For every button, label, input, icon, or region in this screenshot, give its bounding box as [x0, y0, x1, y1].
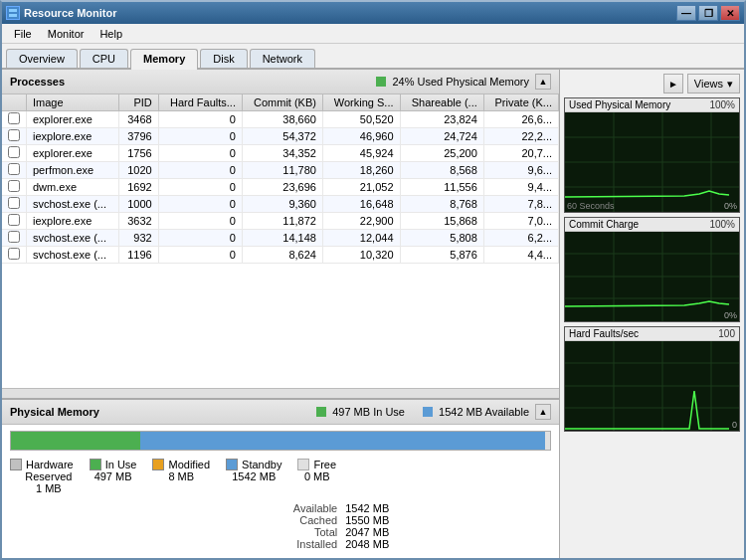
nav-back-button[interactable]: ► [663, 74, 683, 93]
legend-box-modified [152, 459, 164, 470]
horizontal-scrollbar[interactable] [2, 388, 559, 398]
row-cell-6: 7,8... [483, 196, 558, 213]
col-private[interactable]: Private (K... [483, 94, 558, 111]
menu-help[interactable]: Help [92, 26, 130, 42]
row-cell-4: 21,052 [322, 179, 400, 196]
processes-section-header[interactable]: Processes 24% Used Physical Memory ▲ [2, 70, 559, 94]
chart1-svg [565, 112, 739, 212]
col-pid[interactable]: PID [118, 94, 158, 111]
row-cell-6: 26,6... [483, 111, 558, 128]
row-checkbox-cell[interactable] [2, 111, 27, 128]
table-row[interactable]: svchost.exe (...932014,14812,0445,8086,2… [2, 230, 559, 247]
row-checkbox-cell[interactable] [2, 196, 27, 213]
table-row[interactable]: explorer.exe3468038,66050,52023,82426,6.… [2, 111, 559, 128]
physical-memory-section: Physical Memory 497 MB In Use 1542 MB Av… [2, 398, 559, 558]
chart3-svg [565, 341, 739, 431]
row-checkbox-cell[interactable] [2, 179, 27, 196]
col-working[interactable]: Working S... [322, 94, 400, 111]
legend-in-use: In Use 497 MB [90, 459, 137, 482]
menu-monitor[interactable]: Monitor [40, 26, 93, 42]
col-image[interactable]: Image [27, 94, 119, 111]
legend-hardware-reserved: Hardware Reserved 1 MB [10, 459, 74, 494]
table-row[interactable]: svchost.exe (...119608,62410,3205,8764,4… [2, 247, 559, 264]
processes-header-right: 24% Used Physical Memory ▲ [376, 74, 551, 90]
col-check [2, 94, 27, 111]
chart-hard-faults: Hard Faults/sec 100 0 [564, 326, 740, 432]
row-cell-5: 5,808 [400, 230, 483, 247]
right-toolbar: ► Views ▾ [564, 74, 740, 93]
table-row[interactable]: perfmon.exe1020011,78018,2608,5689,6... [2, 162, 559, 179]
row-cell-3: 8,624 [242, 247, 322, 264]
row-checkbox-cell[interactable] [2, 162, 27, 179]
row-checkbox-cell[interactable] [2, 247, 27, 264]
svg-rect-0 [7, 7, 19, 19]
processes-data-table: Image PID Hard Faults... Commit (KB) Wor… [2, 94, 559, 264]
physical-bar [10, 431, 551, 451]
row-cell-1: 3796 [118, 128, 158, 145]
views-label: Views [694, 78, 723, 90]
row-cell-6: 4,4... [483, 247, 558, 264]
col-hard-faults[interactable]: Hard Faults... [158, 94, 242, 111]
title-bar: Resource Monitor — ❒ ✕ [2, 2, 744, 24]
chart1-body: 60 Seconds 0% [565, 112, 739, 212]
available-badge [423, 407, 433, 417]
chart3-body: 0 [565, 341, 739, 431]
row-checkbox-cell[interactable] [2, 128, 27, 145]
processes-collapse-btn[interactable]: ▲ [535, 74, 551, 90]
chart2-body: 0% [565, 232, 739, 321]
row-checkbox-cell[interactable] [2, 213, 27, 230]
tab-network[interactable]: Network [250, 49, 315, 68]
row-cell-4: 18,260 [322, 162, 400, 179]
col-commit[interactable]: Commit (KB) [242, 94, 322, 111]
tabs-bar: Overview CPU Memory Disk Network [2, 44, 744, 70]
row-cell-0: svchost.exe (... [27, 230, 119, 247]
row-cell-1: 1196 [118, 247, 158, 264]
minimize-button[interactable]: — [676, 5, 696, 21]
stats-grid: Available 1542 MB Cached 1550 MB Total 2… [2, 498, 559, 558]
row-cell-0: iexplore.exe [27, 213, 119, 230]
title-controls: — ❒ ✕ [676, 5, 740, 21]
chart3-title-bar: Hard Faults/sec 100 [565, 327, 739, 341]
stats-value-installed: 2048 MB [345, 538, 551, 550]
stats-value-total: 2047 MB [345, 526, 551, 538]
physical-collapse-btn[interactable]: ▲ [535, 404, 551, 420]
tab-memory[interactable]: Memory [130, 49, 198, 70]
tab-disk[interactable]: Disk [200, 49, 247, 68]
tab-cpu[interactable]: CPU [80, 49, 128, 68]
in-use-label: 497 MB In Use [332, 406, 405, 418]
physical-bar-container [2, 425, 559, 455]
row-cell-6: 9,4... [483, 179, 558, 196]
row-cell-3: 11,780 [242, 162, 322, 179]
row-cell-6: 9,6... [483, 162, 558, 179]
tab-overview[interactable]: Overview [6, 49, 78, 68]
legend-row: Hardware Reserved 1 MB In Use 497 MB [2, 455, 559, 498]
table-row[interactable]: dwm.exe1692023,69621,05211,5569,4... [2, 179, 559, 196]
table-row[interactable]: iexplore.exe3632011,87222,90015,8687,0..… [2, 213, 559, 230]
menu-file[interactable]: File [6, 26, 40, 42]
close-button[interactable]: ✕ [720, 5, 740, 21]
row-cell-1: 1692 [118, 179, 158, 196]
row-checkbox-cell[interactable] [2, 230, 27, 247]
row-cell-3: 14,148 [242, 230, 322, 247]
physical-memory-header[interactable]: Physical Memory 497 MB In Use 1542 MB Av… [2, 400, 559, 425]
chart1-min-label: 0% [724, 201, 737, 211]
process-table[interactable]: Image PID Hard Faults... Commit (KB) Wor… [2, 94, 559, 388]
row-cell-4: 16,648 [322, 196, 400, 213]
row-cell-5: 15,868 [400, 213, 483, 230]
row-cell-5: 8,568 [400, 162, 483, 179]
row-checkbox-cell[interactable] [2, 145, 27, 162]
row-cell-6: 7,0... [483, 213, 558, 230]
svg-rect-2 [9, 14, 17, 17]
chart1-title-bar: Used Physical Memory 100% [565, 98, 739, 112]
views-button[interactable]: Views ▾ [687, 74, 740, 93]
row-cell-2: 0 [158, 247, 242, 264]
app-icon [6, 6, 20, 20]
table-row[interactable]: svchost.exe (...100009,36016,6488,7687,8… [2, 196, 559, 213]
legend-box-standby [226, 459, 238, 470]
table-row[interactable]: explorer.exe1756034,35245,92425,20020,7.… [2, 145, 559, 162]
restore-button[interactable]: ❒ [698, 5, 718, 21]
table-row[interactable]: iexplore.exe3796054,37246,96024,72422,2.… [2, 128, 559, 145]
stats-value-available: 1542 MB [345, 502, 551, 514]
col-shareable[interactable]: Shareable (... [400, 94, 483, 111]
stats-label-cached: Cached [131, 514, 337, 526]
